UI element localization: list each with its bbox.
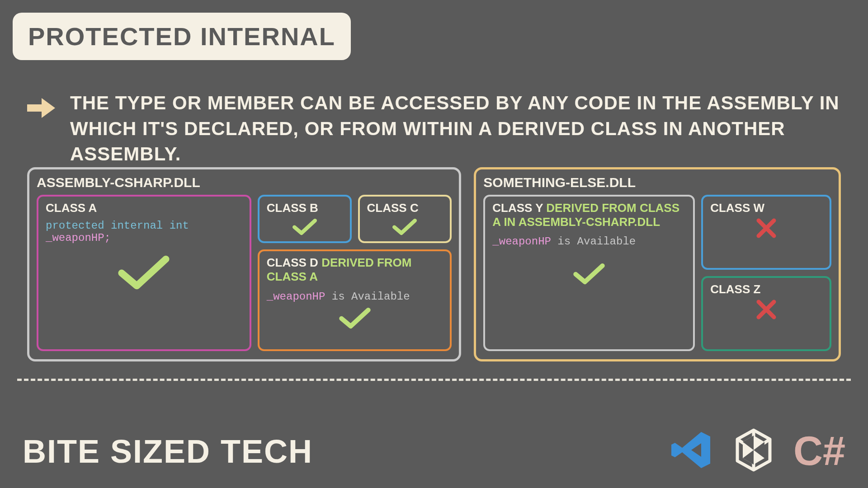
- brand-text: BITE SIZED TECH: [23, 433, 313, 470]
- diagram-container: Assembly-CSharp.dll Class A protected in…: [27, 167, 841, 361]
- description-text: The type or member can be accessed by an…: [70, 90, 841, 167]
- class-y-title: Class Y Derived From Class A in Assembly…: [492, 201, 686, 229]
- check-icon: [267, 305, 443, 331]
- assembly-csharp-title: Assembly-CSharp.dll: [37, 175, 452, 190]
- class-y-availability: _weaponHP is Available: [492, 235, 686, 248]
- assembly-csharp-box: Assembly-CSharp.dll Class A protected in…: [27, 167, 461, 361]
- assembly-other-box: Something-else.dll Class Y Derived From …: [474, 167, 841, 361]
- cross-icon: [710, 217, 822, 239]
- check-icon: [46, 252, 242, 293]
- class-y-box: Class Y Derived From Class A in Assembly…: [483, 195, 695, 351]
- section-divider: [17, 379, 851, 381]
- check-icon: [492, 261, 686, 286]
- class-d-availability: _weaponHP is Available: [267, 291, 443, 303]
- csharp-text: C#: [793, 428, 845, 474]
- unity-icon: [731, 427, 776, 474]
- class-d-title: Class D Derived From Class A: [267, 256, 443, 284]
- arrow-right-icon: [27, 97, 55, 119]
- class-a-code: protected internal int _weaponHP;: [46, 220, 242, 244]
- class-d-box: Class D Derived From Class A _weaponHP i…: [258, 249, 452, 351]
- class-a-title: Class A: [46, 201, 242, 215]
- class-a-box: Class A protected internal int _weaponHP…: [37, 195, 251, 351]
- cross-icon: [710, 298, 822, 321]
- assembly-other-title: Something-else.dll: [483, 175, 831, 190]
- vscode-icon: [669, 427, 714, 474]
- class-z-title: Class Z: [710, 282, 822, 296]
- class-w-box: Class W: [701, 195, 831, 270]
- page-title: PROTECTED INTERNAL: [13, 13, 351, 60]
- class-z-box: Class Z: [701, 276, 831, 351]
- logo-row: C#: [669, 427, 845, 474]
- check-icon: [267, 217, 343, 237]
- check-icon: [367, 217, 443, 237]
- class-b-box: Class B: [258, 195, 352, 243]
- class-w-title: Class W: [710, 201, 822, 215]
- class-b-title: Class B: [267, 201, 343, 215]
- class-c-title: Class C: [367, 201, 443, 215]
- class-c-box: Class C: [358, 195, 452, 243]
